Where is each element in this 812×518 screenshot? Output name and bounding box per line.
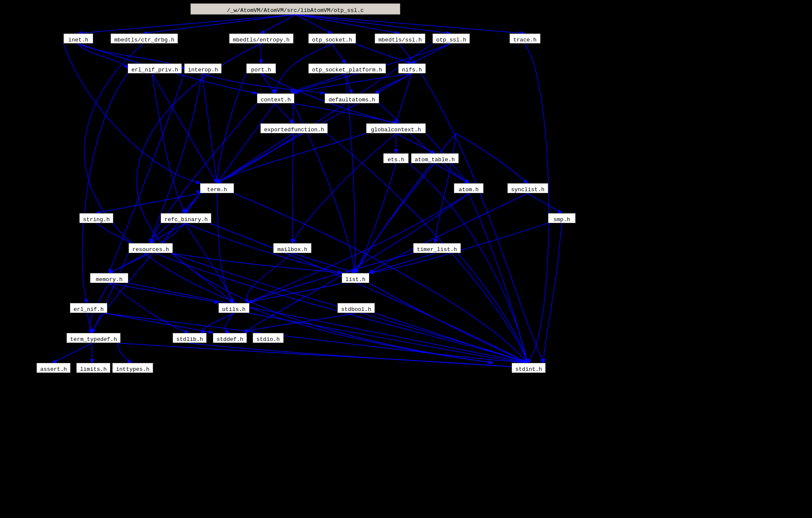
node-utils_h[interactable]: utils.h [218,303,250,313]
node-stdlib_h[interactable]: stdlib.h [173,333,207,343]
node-mbedtls_entropy_h[interactable]: mbedtls/entropy.h [229,33,294,44]
node-mailbox_h[interactable]: mailbox.h [273,243,312,253]
svg-line-10 [152,74,217,183]
svg-line-9 [412,44,450,63]
graph-container: /_w/AtomVM/AtomVM/src/libAtomVM/otp_ssl.… [0,0,812,518]
svg-line-4 [295,15,399,33]
node-otp_socket_platform_h[interactable]: otp_socket_platform.h [308,63,386,74]
node-stdint_h[interactable]: stdint.h [512,363,546,373]
node-memory_h[interactable]: memory.h [90,273,128,283]
svg-line-11 [202,74,217,183]
edges-svg [0,0,812,518]
node-string_h[interactable]: string.h [79,213,113,223]
node-synclist_h[interactable]: synclist.h [507,183,548,193]
node-mbedtls_ssl_h[interactable]: mbedtls/ssl.h [375,33,425,44]
node-erl_nif_h[interactable]: erl_nif.h [70,303,107,313]
node-interop_h[interactable]: interop.h [184,63,222,74]
svg-line-16 [217,104,275,183]
node-otp_ssl_h[interactable]: otp_ssl.h [432,33,470,44]
node-term_typedef_h[interactable]: term_typedef.h [66,333,121,343]
node-timer_list_h[interactable]: timer_list.h [413,243,461,253]
node-atom_table_h[interactable]: atom_table.h [411,153,459,163]
node-trace_h[interactable]: trace.h [509,33,541,44]
node-exportedfunction_h[interactable]: exportedfunction.h [260,123,328,133]
node-assert_h[interactable]: assert.h [36,363,71,373]
node-smp_h[interactable]: smp.h [548,213,576,223]
svg-line-20 [434,163,469,183]
svg-line-26 [292,253,355,273]
svg-line-15 [275,104,293,123]
node-inttypes_h[interactable]: inttypes.h [112,363,153,373]
svg-line-6 [295,15,524,33]
node-mbedtls_ctr_drbg_h[interactable]: mbedtls/ctr_drbg.h [110,33,178,44]
svg-line-8 [332,44,345,63]
node-context_h[interactable]: context.h [257,93,294,104]
node-nifs_h[interactable]: nifs.h [398,63,426,74]
svg-line-12 [261,74,275,93]
node-otp_socket_h[interactable]: otp_socket.h [308,33,356,44]
svg-line-1 [143,15,295,33]
node-stdbool_h[interactable]: stdbool.h [337,303,375,313]
node-resources_h[interactable]: resources.h [128,243,173,253]
node-stdio_h[interactable]: stdio.h [253,333,284,343]
node-limits_h[interactable]: limits.h [76,363,110,373]
node-defaultatoms_h[interactable]: defaultatoms.h [324,93,379,104]
node-otp_ssl_c: /_w/AtomVM/AtomVM/src/libAtomVM/otp_ssl.… [190,3,400,15]
node-inet_h[interactable]: inet.h [63,33,93,44]
svg-line-5 [295,15,450,33]
node-port_h[interactable]: port.h [246,63,276,74]
node-ets_h[interactable]: ets.h [383,153,409,163]
svg-line-23 [527,193,562,213]
svg-line-0 [78,15,295,33]
svg-line-28 [87,313,92,333]
svg-line-7 [261,44,261,63]
node-stddef_h[interactable]: stddef.h [213,333,247,343]
node-list_h[interactable]: list.h [342,273,369,283]
node-atom_h[interactable]: atom.h [454,183,484,193]
node-globalcontext_h[interactable]: globalcontext.h [366,123,426,133]
node-refc_binary_h[interactable]: refc_binary.h [161,213,211,223]
node-term_h[interactable]: term.h [200,183,234,193]
node-erl_nif_priv_h[interactable]: erl_nif_priv.h [128,63,182,74]
